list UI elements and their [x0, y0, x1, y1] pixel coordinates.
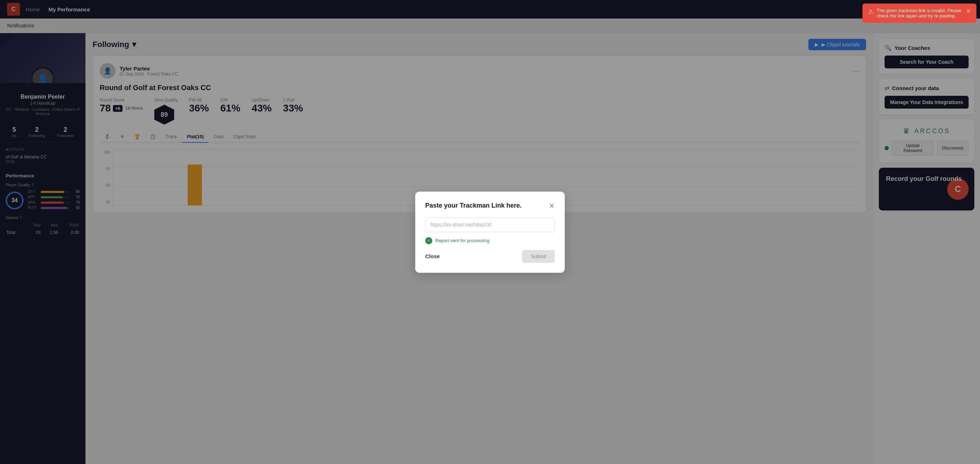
modal-footer: Close Submit — [425, 250, 555, 263]
toast-close-button[interactable]: ✕ — [966, 8, 971, 14]
error-toast: ⚠ The given trackman link is invalid. Pl… — [862, 3, 977, 23]
modal-success-message: ✓ Report sent for processing — [425, 237, 555, 244]
success-check-icon: ✓ — [425, 237, 432, 244]
modal-submit-button[interactable]: Submit — [522, 250, 555, 263]
trackman-link-input[interactable] — [425, 217, 555, 232]
modal-title: Paste your Trackman Link here. — [425, 202, 522, 210]
success-text: Report sent for processing — [435, 238, 489, 243]
modal-header: Paste your Trackman Link here. ✕ — [425, 202, 555, 210]
modal-close-x-button[interactable]: ✕ — [549, 202, 555, 210]
trackman-modal: Paste your Trackman Link here. ✕ ✓ Repor… — [415, 192, 565, 273]
warning-icon: ⚠ — [868, 8, 873, 15]
toast-message: The given trackman link is invalid. Plea… — [877, 8, 963, 19]
modal-overlay[interactable]: Paste your Trackman Link here. ✕ ✓ Repor… — [0, 0, 980, 464]
modal-close-button[interactable]: Close — [425, 253, 440, 259]
